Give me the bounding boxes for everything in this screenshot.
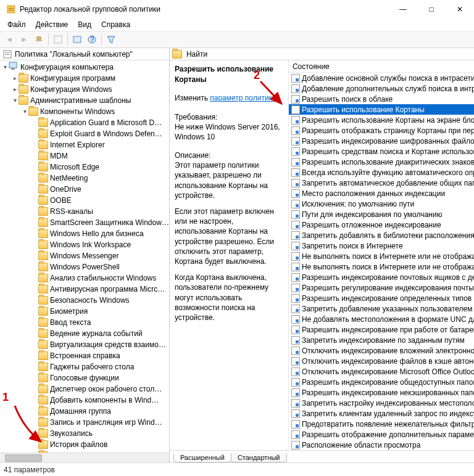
policy-item[interactable]: Разрешить индексирование при работе от б… xyxy=(289,324,474,335)
tree-item[interactable]: Windows Messenger xyxy=(0,250,169,261)
help-button[interactable]: ? xyxy=(85,33,99,46)
policy-icon xyxy=(291,147,300,156)
tree-item[interactable]: Антивирусная программа Micrс… xyxy=(0,284,169,295)
policy-item[interactable]: Не добавлять местоположения в формате UN… xyxy=(289,314,474,324)
tree-item[interactable]: Microsoft Edge xyxy=(0,162,169,173)
policy-icon xyxy=(291,137,300,146)
list-column-state[interactable]: Состояние xyxy=(289,60,474,73)
menu-view[interactable]: Вид xyxy=(74,19,95,30)
tree-item[interactable]: ▾Административные шаблоны xyxy=(0,95,169,106)
policy-item[interactable]: Запретить автоматическое добавление общи… xyxy=(289,178,474,188)
tree-item[interactable]: ▸Конфигурация Windows xyxy=(0,84,169,95)
tree-item[interactable]: Windows Ink Workspace xyxy=(0,239,169,250)
menu-bar: Файл Действие Вид Справка xyxy=(0,18,474,31)
tree-hscroll[interactable] xyxy=(0,453,169,462)
policy-icon xyxy=(291,347,300,355)
policy-item[interactable]: Разрешить индексирование определенных ти… xyxy=(289,293,474,303)
tab-extended[interactable]: Расширенный xyxy=(173,453,231,462)
properties-button[interactable] xyxy=(70,33,84,46)
back-button[interactable]: ◄ xyxy=(2,33,16,46)
policy-item[interactable]: Отключить индексирование вложений электр… xyxy=(289,345,474,356)
minimize-button[interactable]: — xyxy=(389,0,417,18)
tree-item[interactable]: Голосовые функции xyxy=(0,372,169,384)
policy-item[interactable]: Запретить добавление указанных пользоват… xyxy=(289,303,474,314)
tree-item[interactable]: RSS-каналы xyxy=(0,206,169,217)
policy-item[interactable]: Запретить добавлять в библиотеки располо… xyxy=(289,230,474,240)
tree-item[interactable]: Windows Hello для бизнеса xyxy=(0,228,169,239)
tree-item[interactable]: Exploit Guard в Windows Defen… xyxy=(0,128,169,139)
policy-item[interactable]: Не выполнять поиск в Интернете или не от… xyxy=(289,261,474,272)
tree-item[interactable]: Домашняя группа xyxy=(0,406,169,417)
policy-item[interactable]: Расположение области просмотра xyxy=(289,440,474,450)
tree-item[interactable]: Windows PowerShell xyxy=(0,261,169,273)
tree-item[interactable]: Ввод текста xyxy=(0,317,169,328)
policy-item[interactable]: Пути для индексирования по умолчанию xyxy=(289,209,474,220)
policy-item[interactable]: Разрешить использование Кортаны xyxy=(289,104,474,115)
policy-item[interactable]: Всегда используйте функцию автоматическо… xyxy=(289,167,474,178)
requirements-label: Требования: xyxy=(175,112,283,122)
tab-standard[interactable]: Стандартный xyxy=(231,453,287,462)
tree-item[interactable]: SmartScreen Защитника Window… xyxy=(0,217,169,228)
maximize-button[interactable]: □ xyxy=(417,0,446,18)
policy-item[interactable]: Запретить клиентам удаленный запрос по и… xyxy=(289,408,474,419)
tree-item[interactable]: Встроенная справка xyxy=(0,350,169,361)
tree-item[interactable]: Диспетчер окон рабочего стол… xyxy=(0,384,169,395)
policy-item[interactable]: Разрешить индексирование некэшированных … xyxy=(289,387,474,398)
policy-item[interactable]: Разрешить отложенное индексирование xyxy=(289,220,474,230)
tree-item[interactable]: Запись и трансляция игр Wind… xyxy=(0,417,169,428)
tree-item[interactable]: Анализ стабильности Windows xyxy=(0,273,169,284)
policy-item[interactable]: Разрешить отображение дополнительных пар… xyxy=(289,429,474,440)
policy-list[interactable]: Добавление основной службы поиска в интр… xyxy=(289,73,474,450)
policy-item[interactable]: Разрешить индексирование общедоступных п… xyxy=(289,377,474,387)
tree-item[interactable]: MDM xyxy=(0,150,169,162)
filter-button[interactable] xyxy=(104,33,118,46)
policy-item[interactable]: Разрешить индексирование шифрованных фай… xyxy=(289,136,474,146)
tree-item[interactable]: Internet Explorer xyxy=(0,139,169,150)
policy-item[interactable]: Разрешить регулирование индексирования п… xyxy=(289,282,474,293)
policy-item[interactable]: Предотвратить появление нежелательных фи… xyxy=(289,419,474,429)
policy-item[interactable]: Разрешить использование Кортаны на экран… xyxy=(289,115,474,125)
tree-item[interactable]: Звукозапись xyxy=(0,428,169,439)
tree-item[interactable]: Безопасность Windows xyxy=(0,295,169,306)
policy-item[interactable]: Исключения: по умолчанию пути xyxy=(289,199,474,209)
tree-item[interactable]: Гаджеты рабочего стола xyxy=(0,361,169,372)
tree-item[interactable]: ▸Конфигурация программ xyxy=(0,73,169,84)
policy-item[interactable]: Разрешить использование диакритических з… xyxy=(289,157,474,167)
policy-item[interactable]: Разрешить поиск в облаке xyxy=(289,94,474,104)
tree-item[interactable]: Ведение журнала событий xyxy=(0,328,169,339)
tree-item[interactable]: Биометрия xyxy=(0,306,169,317)
policy-item[interactable]: Место расположения данных индексации xyxy=(289,188,474,199)
policy-item[interactable]: Запретить настройку индексированных мест… xyxy=(289,398,474,408)
policy-icon xyxy=(291,210,300,219)
policy-item[interactable]: Разрешить отображать страницу Кортаны пр… xyxy=(289,125,474,136)
show-hide-button[interactable] xyxy=(51,33,65,46)
navigation-tree[interactable]: ▾Конфигурация компьютера▸Конфигурация пр… xyxy=(0,60,169,453)
menu-file[interactable]: Файл xyxy=(4,19,30,30)
policy-item[interactable]: Добавление дополнительных служб поиска в… xyxy=(289,83,474,94)
menu-action[interactable]: Действие xyxy=(32,19,72,30)
policy-item[interactable]: Запретить индексирование по заданным пут… xyxy=(289,335,474,345)
up-button[interactable] xyxy=(32,33,46,46)
policy-item[interactable]: Разрешить средствам поиска и Кортане исп… xyxy=(289,146,474,157)
tree-item[interactable]: Application Guard в Microsoft D… xyxy=(0,117,169,128)
policy-item[interactable]: Запретить поиск в Интернете xyxy=(289,240,474,251)
tree-item[interactable]: NetMeeting xyxy=(0,173,169,184)
tree-item[interactable]: OneDrive xyxy=(0,184,169,195)
tree-item[interactable]: ▾Конфигурация компьютера xyxy=(0,62,169,73)
policy-item[interactable]: Разрешить индексирование почтовых ящиков… xyxy=(289,272,474,282)
forward-button[interactable]: ► xyxy=(17,33,31,46)
tree-item[interactable]: OOBE xyxy=(0,195,169,206)
policy-item[interactable]: Не выполнять поиск в Интернете или не от… xyxy=(289,251,474,261)
tree-item[interactable]: ▾Компоненты Windows xyxy=(0,106,169,117)
tree-item[interactable]: Виртуализация средств взаимо… xyxy=(0,339,169,350)
policy-item[interactable]: Отключить индексирование файлов в кэше а… xyxy=(289,356,474,366)
menu-help[interactable]: Справка xyxy=(98,19,134,30)
policy-item[interactable]: Отключить индексирование Microsoft Offic… xyxy=(289,366,474,377)
edit-policy-link[interactable]: параметр политики xyxy=(210,94,276,102)
tree-header[interactable]: Политика "Локальный компьютер" xyxy=(0,48,169,60)
policy-icon xyxy=(291,305,300,313)
tree-item[interactable]: История файлов xyxy=(0,439,169,450)
close-button[interactable]: ✕ xyxy=(446,0,474,18)
policy-item[interactable]: Добавление основной службы поиска в интр… xyxy=(289,73,474,83)
tree-item[interactable]: Добавить компоненты в Wind… xyxy=(0,395,169,406)
